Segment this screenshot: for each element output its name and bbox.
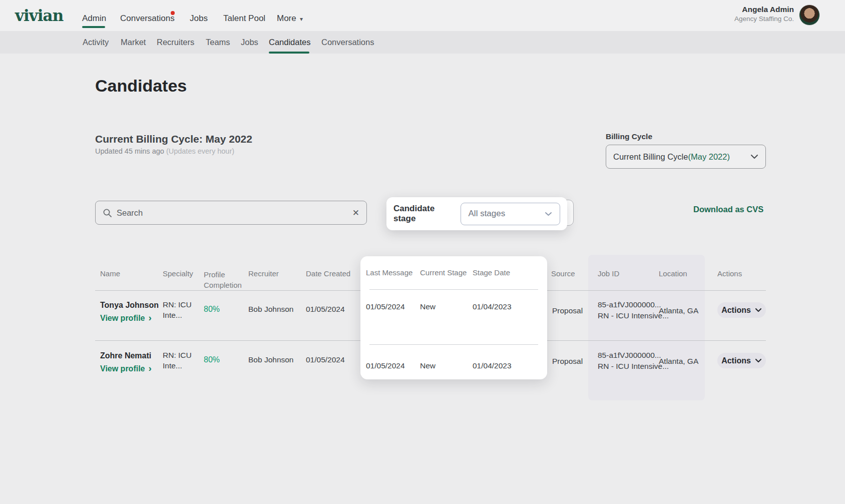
- billing-cycle-value-highlight: (May 2022): [688, 152, 729, 162]
- user-organization: Agency Staffing Co.: [734, 15, 794, 23]
- profile-completion-cell: 80%: [204, 355, 220, 364]
- subnav-item-candidates[interactable]: Candidates: [269, 38, 310, 47]
- subnav-item-market[interactable]: Market: [121, 38, 146, 47]
- billing-cycle-select[interactable]: Current Billing Cycle(May 2022): [606, 145, 766, 169]
- candidate-name: Zohre Nemati: [100, 351, 151, 360]
- subnav-item-jobs[interactable]: Jobs: [241, 38, 258, 47]
- billing-cycle-heading: Current Billing Cycle: May 2022: [95, 133, 252, 145]
- source-cell: Proposal: [552, 306, 583, 315]
- column-header-source: Source: [551, 269, 575, 278]
- actions-button[interactable]: Actions: [717, 353, 766, 368]
- nav-item-talent-pool[interactable]: Talent Pool: [223, 14, 265, 24]
- billing-cycle-label: Billing Cycle: [606, 132, 652, 141]
- job-id-cell-line2: RN - ICU Intensive...: [598, 362, 669, 371]
- download-as-csv-link[interactable]: Download as CVS: [693, 205, 763, 214]
- last-message-cell: 01/05/2024: [366, 302, 405, 311]
- recruiter-cell: Bob Johnson: [248, 305, 294, 314]
- job-id-cell-line2: RN - ICU Intensive...: [598, 311, 669, 320]
- notification-dot-icon: [171, 11, 175, 15]
- candidate-stage-select[interactable]: All stages: [461, 203, 560, 225]
- subnav-item-activity[interactable]: Activity: [83, 38, 109, 47]
- column-header-job-id: Job ID: [598, 269, 619, 278]
- profile-completion-cell: 80%: [204, 305, 220, 314]
- current-stage-cell: New: [420, 361, 436, 370]
- specialty-cell-line2: Inte...: [163, 311, 182, 320]
- recruiter-cell: Bob Johnson: [248, 355, 294, 364]
- date-created-cell: 01/05/2024: [306, 305, 345, 314]
- specialty-cell-line2: Inte...: [163, 361, 182, 370]
- card-header-divider: [369, 289, 538, 290]
- updated-text: Updated 45 mins ago: [95, 147, 166, 155]
- view-profile-link[interactable]: View profile›: [100, 363, 152, 374]
- chevron-down-icon: [755, 308, 762, 312]
- updated-note: (Updates every hour): [166, 147, 234, 155]
- caret-down-icon: ▾: [300, 16, 303, 23]
- app-screen: vivian Admin Conversations Jobs Talent P…: [0, 0, 845, 504]
- candidate-stage-label: Candidate stage: [393, 204, 454, 224]
- date-created-cell: 01/05/2024: [306, 355, 345, 364]
- actions-label: Actions: [721, 306, 751, 315]
- column-header-recruiter: Recruiter: [248, 269, 279, 278]
- location-cell: Atlanta, GA: [659, 306, 698, 315]
- avatar[interactable]: [799, 5, 820, 26]
- nav-item-jobs[interactable]: Jobs: [190, 14, 208, 24]
- source-cell: Proposal: [552, 357, 583, 366]
- column-header-date-created: Date Created: [306, 269, 350, 278]
- candidate-stage-value: All stages: [469, 209, 506, 219]
- chevron-down-icon: [750, 154, 758, 159]
- user-name: Angela Admin: [742, 5, 794, 14]
- updated-status: Updated 45 mins ago (Updates every hour): [95, 147, 234, 155]
- candidate-stage-popup: Candidate stage All stages: [386, 197, 567, 230]
- column-header-actions: Actions: [717, 269, 742, 278]
- chevron-right-icon: ›: [149, 312, 152, 323]
- view-profile-label: View profile: [100, 314, 145, 322]
- subnav-active-underline: [269, 52, 309, 54]
- nav-active-underline: [82, 26, 105, 28]
- actions-label: Actions: [721, 356, 751, 365]
- view-profile-label: View profile: [100, 364, 145, 373]
- column-header-current-stage: Current Stage: [420, 268, 467, 277]
- search-input[interactable]: [117, 208, 332, 218]
- stage-date-cell: 01/04/2023: [473, 361, 512, 370]
- column-header-specialty: Specialty: [163, 269, 193, 278]
- subnav-item-recruiters[interactable]: Recruiters: [157, 38, 194, 47]
- chevron-right-icon: ›: [149, 363, 152, 373]
- nav-item-conversations[interactable]: Conversations: [120, 14, 175, 24]
- actions-button[interactable]: Actions: [717, 302, 766, 318]
- column-header-location: Location: [659, 269, 687, 278]
- column-header-stage-date: Stage Date: [473, 268, 510, 277]
- search-box: ✕: [95, 201, 367, 225]
- billing-cycle-value: Current Billing Cycle: [613, 152, 688, 162]
- job-id-cell-line1: 85-a1fVJ000000...: [598, 351, 661, 360]
- specialty-cell-line1: RN: ICU: [163, 351, 192, 360]
- current-stage-cell: New: [420, 302, 436, 311]
- page-title: Candidates: [95, 76, 187, 96]
- chevron-down-icon: [755, 358, 762, 363]
- nav-item-more[interactable]: More: [277, 14, 296, 24]
- vivian-logo[interactable]: vivian: [15, 7, 63, 25]
- candidate-name: Tonya Johnson: [100, 301, 159, 310]
- subnav-item-conversations[interactable]: Conversations: [321, 38, 374, 47]
- card-row-divider: [369, 344, 538, 345]
- view-profile-link[interactable]: View profile›: [100, 312, 152, 323]
- column-header-name: Name: [100, 269, 120, 278]
- subnav-item-teams[interactable]: Teams: [206, 38, 230, 47]
- clear-search-icon[interactable]: ✕: [352, 208, 359, 218]
- nav-item-admin[interactable]: Admin: [82, 14, 106, 24]
- stage-date-cell: 01/04/2023: [473, 302, 512, 311]
- chevron-down-icon: [545, 212, 552, 216]
- floating-columns-card: Last Message Current Stage Stage Date 01…: [360, 256, 547, 379]
- specialty-cell-line1: RN: ICU: [163, 300, 192, 309]
- column-header-last-message: Last Message: [366, 268, 412, 277]
- last-message-cell: 01/05/2024: [366, 361, 405, 370]
- column-header-profile-completion: Profile Completion: [204, 269, 251, 290]
- search-icon: [103, 208, 112, 218]
- location-cell: Atlanta, GA: [659, 357, 698, 366]
- job-id-cell-line1: 85-a1fVJ000000...: [598, 300, 661, 309]
